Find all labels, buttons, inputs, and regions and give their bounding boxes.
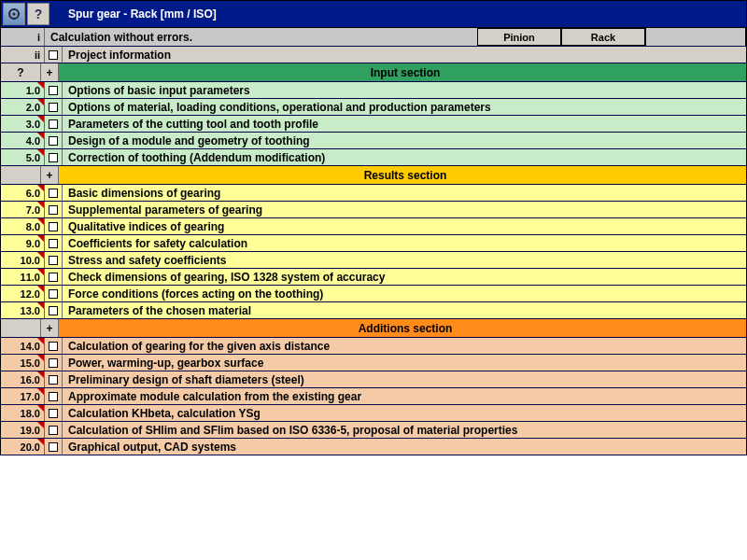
gear-icon[interactable]	[3, 3, 25, 25]
checkbox-cell	[45, 202, 63, 217]
parameter-row[interactable]: 17.0Approximate module calculation from …	[0, 388, 747, 405]
additions-section-header: + Additions section	[0, 319, 747, 338]
checkbox[interactable]	[49, 442, 58, 452]
note-indicator-icon	[37, 355, 44, 361]
checkbox-cell	[45, 302, 63, 318]
note-indicator-icon	[37, 185, 44, 191]
expand-button[interactable]: +	[41, 166, 59, 184]
row-label: Parameters of the chosen material	[63, 302, 746, 318]
svg-point-1	[13, 13, 16, 16]
tab-empty	[645, 28, 746, 46]
expand-button[interactable]: +	[41, 319, 59, 337]
row-label: Design of a module and geometry of tooth…	[63, 133, 746, 148]
row-num: 10.0	[1, 252, 45, 268]
checkbox[interactable]	[49, 306, 58, 315]
row-label: Check dimensions of gearing, ISO 1328 sy…	[63, 269, 746, 285]
help-button[interactable]: ?	[1, 63, 41, 81]
checkbox[interactable]	[49, 392, 58, 401]
row-label: Basic dimensions of gearing	[63, 185, 746, 201]
checkbox-cell	[45, 99, 63, 115]
note-indicator-icon	[37, 202, 44, 208]
checkbox[interactable]	[49, 103, 58, 112]
row-label: Options of material, loading conditions,…	[63, 99, 746, 115]
parameter-row[interactable]: 5.0Correction of toothing (Addendum modi…	[0, 149, 747, 166]
checkbox[interactable]	[49, 153, 58, 162]
row-label: Coefficients for safety calculation	[63, 235, 746, 251]
checkbox[interactable]	[49, 239, 58, 248]
parameter-row[interactable]: 9.0Coefficients for safety calculation	[0, 235, 747, 252]
parameter-row[interactable]: 2.0Options of material, loading conditio…	[0, 99, 747, 116]
parameter-row[interactable]: 7.0Supplemental parameters of gearing	[0, 202, 747, 218]
row-label: Qualitative indices of gearing	[63, 218, 746, 234]
checkbox-cell	[45, 149, 63, 165]
row-label: Project information	[63, 47, 746, 63]
note-indicator-icon	[37, 252, 44, 259]
note-indicator-icon	[37, 99, 44, 105]
row-label: Graphical output, CAD systems	[63, 439, 746, 455]
parameter-row[interactable]: 6.0Basic dimensions of gearing	[0, 185, 747, 202]
parameter-row[interactable]: 3.0Parameters of the cutting tool and to…	[0, 116, 747, 133]
checkbox-cell	[45, 388, 63, 404]
checkbox-cell	[45, 371, 63, 387]
checkbox[interactable]	[49, 86, 58, 95]
row-label: Stress and safety coefficients	[63, 252, 746, 268]
parameter-row[interactable]: 15.0Power, warming-up, gearbox surface	[0, 355, 747, 371]
row-num: 18.0	[1, 405, 45, 421]
checkbox[interactable]	[49, 119, 58, 129]
row-label: Parameters of the cutting tool and tooth…	[63, 116, 746, 132]
checkbox[interactable]	[49, 136, 58, 146]
checkbox[interactable]	[49, 342, 58, 351]
note-indicator-icon	[37, 235, 44, 242]
parameter-row[interactable]: 18.0Calculation KHbeta, calculation YSg	[0, 405, 747, 422]
parameter-row[interactable]: 11.0Check dimensions of gearing, ISO 132…	[0, 269, 747, 286]
help-icon[interactable]: ?	[27, 3, 49, 25]
parameter-row[interactable]: 20.0Graphical output, CAD systems	[0, 439, 747, 455]
row-num: 3.0	[1, 116, 45, 132]
checkbox[interactable]	[49, 409, 58, 418]
parameter-row[interactable]: 8.0Qualitative indices of gearing	[0, 218, 747, 235]
parameter-row[interactable]: 10.0Stress and safety coefficients	[0, 252, 747, 269]
tab-rack[interactable]: Rack	[561, 28, 645, 46]
note-indicator-icon	[37, 149, 44, 156]
row-label: Options of basic input parameters	[63, 82, 746, 98]
checkbox-cell	[45, 82, 63, 98]
checkbox[interactable]	[49, 358, 58, 368]
checkbox[interactable]	[49, 426, 58, 435]
note-indicator-icon	[37, 286, 44, 292]
checkbox[interactable]	[49, 289, 58, 299]
spacer	[1, 319, 41, 337]
checkbox[interactable]	[49, 205, 58, 215]
checkbox-cell	[45, 133, 63, 148]
parameter-row[interactable]: 12.0Force conditions (forces acting on t…	[0, 286, 747, 302]
tab-pinion[interactable]: Pinion	[477, 28, 561, 46]
row-num: 9.0	[1, 235, 45, 251]
row-label: Preliminary design of shaft diameters (s…	[63, 371, 746, 387]
expand-button[interactable]: +	[41, 63, 59, 81]
checkbox[interactable]	[49, 273, 58, 282]
row-num: 15.0	[1, 355, 45, 371]
parameter-row[interactable]: 13.0Parameters of the chosen material	[0, 302, 747, 319]
checkbox[interactable]	[49, 256, 58, 265]
checkbox-cell	[45, 47, 63, 63]
status-text: Calculation without errors.	[45, 28, 477, 46]
row-num: 8.0	[1, 218, 45, 234]
checkbox[interactable]	[49, 50, 58, 60]
row-label: Calculation KHbeta, calculation YSg	[63, 405, 746, 421]
row-label: Calculation of gearing for the given axi…	[63, 338, 746, 354]
row-num: 19.0	[1, 422, 45, 438]
note-indicator-icon	[37, 371, 44, 378]
parameter-row[interactable]: 4.0Design of a module and geometry of to…	[0, 133, 747, 149]
checkbox-cell	[45, 355, 63, 371]
parameter-row[interactable]: 1.0Options of basic input parameters	[0, 82, 747, 99]
row-num: 14.0	[1, 338, 45, 354]
checkbox[interactable]	[49, 189, 58, 198]
checkbox-cell	[45, 252, 63, 268]
parameter-row[interactable]: 14.0Calculation of gearing for the given…	[0, 338, 747, 355]
parameter-row[interactable]: 16.0Preliminary design of shaft diameter…	[0, 371, 747, 388]
note-indicator-icon	[37, 116, 44, 122]
project-info-row[interactable]: ii Project information	[0, 47, 747, 63]
checkbox[interactable]	[49, 375, 58, 385]
checkbox[interactable]	[49, 222, 58, 231]
parameter-row[interactable]: 19.0Calculation of SHlim and SFlim based…	[0, 422, 747, 439]
input-section-header: ? + Input section	[0, 63, 747, 82]
